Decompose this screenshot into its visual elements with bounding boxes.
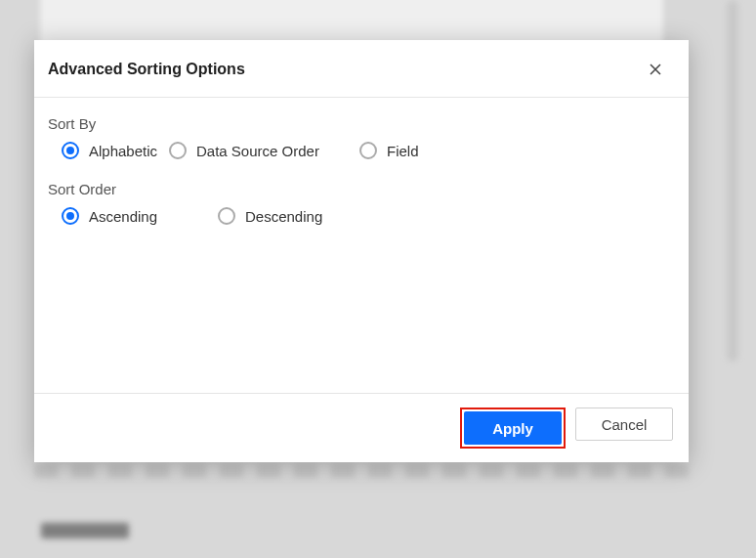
- close-button[interactable]: [646, 60, 665, 79]
- radio-label: Ascending: [89, 208, 157, 225]
- sort-order-row: Ascending Descending: [48, 207, 675, 225]
- modal-title: Advanced Sorting Options: [48, 61, 245, 78]
- radio-icon: [169, 142, 187, 159]
- radio-sort-order-descending[interactable]: Descending: [218, 207, 364, 225]
- radio-sort-by-data-source-order[interactable]: Data Source Order: [169, 142, 359, 159]
- modal-footer: Apply Cancel: [34, 393, 689, 462]
- radio-label: Alphabetic: [89, 143, 157, 159]
- radio-icon: [62, 142, 79, 159]
- apply-button[interactable]: Apply: [464, 411, 562, 445]
- advanced-sorting-modal: Advanced Sorting Options Sort By Alphabe…: [34, 40, 689, 462]
- modal-header: Advanced Sorting Options: [34, 40, 689, 98]
- radio-label: Field: [387, 143, 419, 159]
- radio-icon: [62, 207, 79, 225]
- radio-icon: [218, 207, 235, 225]
- sort-by-label: Sort By: [48, 115, 675, 132]
- radio-sort-by-alphabetic[interactable]: Alphabetic: [62, 142, 169, 159]
- apply-button-highlight: Apply: [460, 408, 566, 449]
- radio-label: Descending: [245, 208, 322, 225]
- modal-body: Sort By Alphabetic Data Source Order Fie…: [34, 98, 689, 393]
- radio-label: Data Source Order: [196, 143, 319, 159]
- sort-by-row: Alphabetic Data Source Order Field: [48, 142, 675, 159]
- radio-icon: [359, 142, 377, 159]
- close-icon: [650, 64, 661, 75]
- radio-sort-by-field[interactable]: Field: [359, 142, 477, 159]
- sort-order-label: Sort Order: [48, 181, 675, 197]
- radio-sort-order-ascending[interactable]: Ascending: [62, 207, 218, 225]
- cancel-button[interactable]: Cancel: [575, 408, 673, 441]
